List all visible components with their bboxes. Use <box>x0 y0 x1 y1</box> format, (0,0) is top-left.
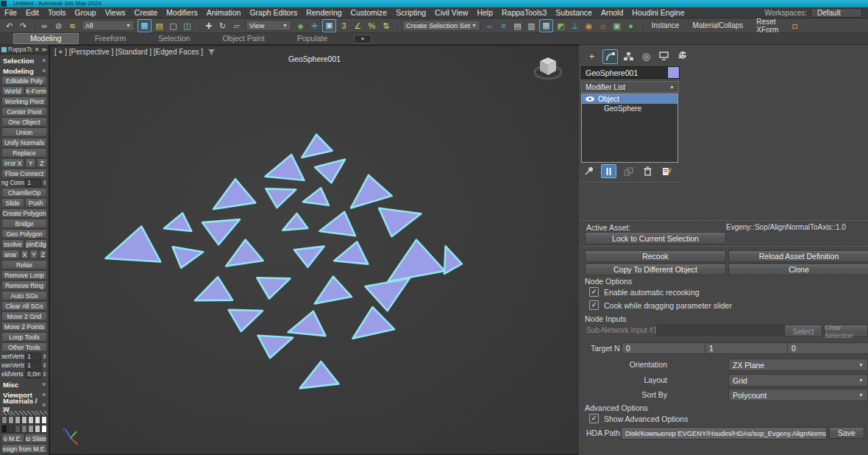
layer-explorer-icon[interactable]: ▥ <box>525 20 538 32</box>
lock-to-selection-button[interactable]: Lock to Current Selection <box>585 232 726 244</box>
ssign-from-m-e-button[interactable]: ssign from M.E. <box>1 444 47 454</box>
material-swatch[interactable] <box>8 416 14 424</box>
other-tools-button[interactable]: Other Tools <box>1 342 47 352</box>
o-m-e-button[interactable]: o M.E. <box>1 434 24 443</box>
menu-graph-editors[interactable]: Graph Editors <box>245 8 302 17</box>
spinner-icon[interactable]: ⇕ <box>42 371 47 378</box>
undo-icon[interactable]: ↶ <box>3 20 15 32</box>
material-utility-icon[interactable]: ◘ <box>791 20 799 32</box>
subnet-input-field[interactable] <box>656 325 789 336</box>
scattered-triangle[interactable] <box>227 308 263 333</box>
section-header-misc[interactable]: Misc <box>1 380 47 389</box>
menu-group[interactable]: Group <box>71 8 101 17</box>
configure-modifier-sets-icon[interactable] <box>660 165 674 177</box>
clone-button[interactable]: Clone <box>728 264 868 275</box>
reset-xform-button[interactable]: Reset XForm <box>750 18 790 34</box>
bridge-button[interactable]: Bridge <box>1 219 47 228</box>
select-and-scale-icon[interactable]: ▱ <box>230 20 243 32</box>
x-form-button[interactable]: X-Form <box>25 86 48 96</box>
tab-populate[interactable]: Populate <box>281 34 344 43</box>
checkbox-checked-icon[interactable]: ✓ <box>589 300 599 310</box>
menu-create[interactable]: Create <box>130 8 163 17</box>
y-button[interactable]: Y <box>25 158 35 168</box>
tab-object-paint[interactable]: Object Paint <box>206 34 280 43</box>
save-hda-button[interactable]: Save <box>829 427 864 439</box>
toggle-ribbon-icon[interactable]: ▦ <box>539 19 553 32</box>
viewcube[interactable] <box>530 53 566 85</box>
move-2-grid-button[interactable]: Move 2 Grid <box>1 311 47 321</box>
rectangular-selection-icon[interactable]: ▢ <box>167 20 179 32</box>
menu-help[interactable]: Help <box>472 8 497 17</box>
stack-item-geosphere[interactable]: GeoSphere <box>582 104 677 113</box>
remove-modifier-icon[interactable] <box>641 165 655 177</box>
scattered-triangle[interactable] <box>294 247 326 268</box>
loop-tools-button[interactable]: Loop Tools <box>1 332 47 342</box>
slide-button[interactable]: Slide <box>1 198 24 208</box>
scattered-triangle[interactable] <box>334 239 371 266</box>
sortby-dropdown[interactable]: Polycount ▼ <box>728 389 868 401</box>
section-header-modeling[interactable]: Modeling <box>1 66 47 75</box>
scattered-triangle[interactable] <box>282 213 308 230</box>
tab-freeform[interactable]: Freeform <box>79 34 143 43</box>
spinner-icon[interactable]: ⇕ <box>42 362 47 369</box>
mirror-icon[interactable]: ⇔ <box>483 20 496 32</box>
relax-button[interactable]: Relax <box>1 260 47 269</box>
tab-modeling[interactable]: Modeling <box>13 33 79 44</box>
show-end-result-icon[interactable] <box>601 164 616 178</box>
perspective-viewport[interactable]: [ + ] [Perspective ] [Standard ] [Edged … <box>49 45 580 455</box>
reference-coordinate-dropdown[interactable]: View▼ <box>246 20 291 31</box>
scattered-triangle[interactable] <box>383 236 444 281</box>
pin-stack-icon[interactable] <box>582 165 596 177</box>
angle-snap-icon[interactable]: ∠ <box>352 20 364 32</box>
scattered-triangle[interactable] <box>344 171 392 208</box>
crossing-selection-icon[interactable]: ◫ <box>181 20 193 32</box>
modifier-list-dropdown[interactable]: Modifier List ▼ <box>581 81 679 93</box>
hda-path-field[interactable]: Disk/Компьютер EVGENY/Houdini/HDAs/sop_E… <box>621 427 827 440</box>
unlink-selection-icon[interactable]: ⊘ <box>52 20 65 32</box>
target-z-field[interactable]: 0 <box>787 342 868 354</box>
menu-substance[interactable]: Substance <box>551 8 597 17</box>
z-button[interactable]: Z <box>37 158 47 168</box>
snap-toggle-3d-icon[interactable]: 3 <box>338 20 350 32</box>
to-slate-button[interactable]: to Slate <box>25 434 48 443</box>
menu-modifiers[interactable]: Modifiers <box>162 8 202 17</box>
material-swatch[interactable] <box>15 425 21 433</box>
expand-icon[interactable]: ≫ <box>41 46 47 53</box>
render-production-icon[interactable]: ● <box>625 20 637 32</box>
render-setup-icon[interactable]: ☼ <box>597 20 609 32</box>
scattered-triangle[interactable] <box>195 276 233 302</box>
ng-connect-value[interactable]: 1 <box>25 179 41 187</box>
create-tab[interactable]: + <box>585 49 599 63</box>
curve-editor-icon[interactable]: ◩ <box>555 20 567 32</box>
modify-tab[interactable] <box>602 49 618 64</box>
menu-arnold[interactable]: Arnold <box>597 8 627 17</box>
scattered-triangle[interactable] <box>266 152 307 182</box>
irror-x-button[interactable]: irror X <box>1 158 24 168</box>
menu-scripting[interactable]: Scripting <box>391 8 430 17</box>
move-2-points-button[interactable]: Move 2 Points <box>1 322 47 331</box>
checkbox-checked-icon[interactable]: ✓ <box>589 287 599 297</box>
scattered-triangle[interactable] <box>303 186 332 207</box>
rappatools-header[interactable]: RappaTools ✕ ≫ <box>0 45 49 54</box>
material-swatch[interactable] <box>15 416 21 424</box>
x-button[interactable]: X <box>21 250 29 259</box>
scattered-triangle[interactable] <box>224 238 263 266</box>
menu-civil-view[interactable]: Civil View <box>430 8 472 17</box>
menu-views[interactable]: Views <box>101 8 130 17</box>
union-button[interactable]: Union <box>1 127 47 137</box>
material-swatch[interactable] <box>1 416 7 424</box>
workspace-selector[interactable]: Default <box>811 8 862 18</box>
material-editor-icon[interactable]: ◉ <box>583 20 595 32</box>
bind-to-space-warp-icon[interactable]: ≋ <box>66 20 79 32</box>
scattered-triangle[interactable] <box>311 275 352 304</box>
menu-animation[interactable]: Animation <box>202 8 246 17</box>
ssolve-button[interactable]: ssolve <box>1 239 24 249</box>
scattered-triangle[interactable] <box>299 133 332 158</box>
keyboard-override-icon[interactable]: ▣ <box>322 19 336 32</box>
create-polygon-button[interactable]: Create Polygon <box>1 208 47 218</box>
utilities-tab[interactable] <box>675 49 689 63</box>
schematic-view-icon[interactable]: ⊥ <box>569 20 581 32</box>
rendered-frame-icon[interactable]: ▣ <box>611 20 623 32</box>
material-swatch[interactable] <box>41 416 47 424</box>
instance-button[interactable]: Instance <box>645 21 686 29</box>
